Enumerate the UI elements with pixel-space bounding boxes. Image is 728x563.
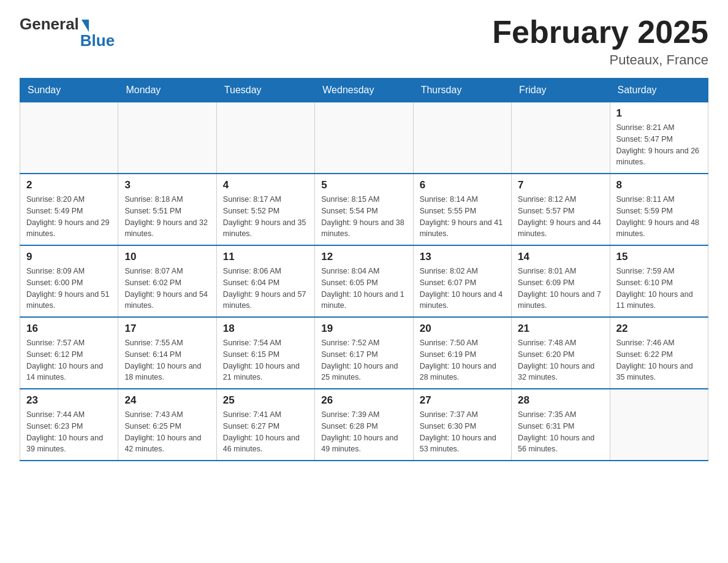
- week-row-4: 16Sunrise: 7:57 AM Sunset: 6:12 PM Dayli…: [20, 317, 708, 389]
- day-info: Sunrise: 8:11 AM Sunset: 5:59 PM Dayligh…: [616, 194, 702, 240]
- day-info: Sunrise: 7:43 AM Sunset: 6:25 PM Dayligh…: [124, 409, 210, 455]
- day-header-saturday: Saturday: [610, 79, 708, 102]
- day-info: Sunrise: 7:52 AM Sunset: 6:17 PM Dayligh…: [321, 337, 406, 383]
- day-info: Sunrise: 8:01 AM Sunset: 6:09 PM Dayligh…: [518, 266, 603, 312]
- day-number: 1: [616, 107, 702, 120]
- day-number: 20: [420, 323, 505, 335]
- logo: General General Blue: [20, 15, 115, 50]
- day-number: 23: [26, 394, 112, 407]
- day-header-friday: Friday: [512, 79, 610, 102]
- week-row-5: 23Sunrise: 7:44 AM Sunset: 6:23 PM Dayli…: [20, 389, 708, 461]
- header-row: SundayMondayTuesdayWednesdayThursdayFrid…: [20, 79, 708, 102]
- day-number: 26: [321, 394, 406, 407]
- day-info: Sunrise: 7:35 AM Sunset: 6:31 PM Dayligh…: [518, 409, 603, 455]
- day-number: 3: [124, 179, 210, 191]
- calendar-subtitle: Puteaux, France: [492, 52, 708, 68]
- calendar-cell: 8Sunrise: 8:11 AM Sunset: 5:59 PM Daylig…: [610, 174, 708, 245]
- calendar-cell: 27Sunrise: 7:37 AM Sunset: 6:30 PM Dayli…: [413, 389, 511, 461]
- calendar-cell: [118, 102, 216, 174]
- day-info: Sunrise: 8:12 AM Sunset: 5:57 PM Dayligh…: [518, 194, 603, 240]
- calendar-cell: 1Sunrise: 8:21 AM Sunset: 5:47 PM Daylig…: [610, 102, 708, 174]
- calendar-cell: 19Sunrise: 7:52 AM Sunset: 6:17 PM Dayli…: [315, 317, 413, 389]
- calendar-cell: 9Sunrise: 8:09 AM Sunset: 6:00 PM Daylig…: [20, 245, 118, 317]
- calendar-cell: 26Sunrise: 7:39 AM Sunset: 6:28 PM Dayli…: [315, 389, 413, 461]
- day-number: 18: [223, 323, 308, 335]
- day-number: 27: [420, 394, 505, 407]
- day-number: 2: [26, 179, 112, 191]
- day-info: Sunrise: 8:09 AM Sunset: 6:00 PM Dayligh…: [26, 266, 112, 312]
- day-header-wednesday: Wednesday: [315, 79, 413, 102]
- day-info: Sunrise: 8:04 AM Sunset: 6:05 PM Dayligh…: [321, 266, 406, 312]
- day-header-thursday: Thursday: [413, 79, 511, 102]
- day-number: 9: [26, 251, 112, 263]
- calendar-cell: 12Sunrise: 8:04 AM Sunset: 6:05 PM Dayli…: [315, 245, 413, 317]
- calendar-cell: 20Sunrise: 7:50 AM Sunset: 6:19 PM Dayli…: [413, 317, 511, 389]
- day-header-monday: Monday: [118, 79, 216, 102]
- week-row-3: 9Sunrise: 8:09 AM Sunset: 6:00 PM Daylig…: [20, 245, 708, 317]
- day-info: Sunrise: 7:44 AM Sunset: 6:23 PM Dayligh…: [26, 409, 112, 455]
- calendar-cell: [20, 102, 118, 174]
- day-info: Sunrise: 7:41 AM Sunset: 6:27 PM Dayligh…: [223, 409, 308, 455]
- calendar-cell: 22Sunrise: 7:46 AM Sunset: 6:22 PM Dayli…: [610, 317, 708, 389]
- day-header-tuesday: Tuesday: [216, 79, 314, 102]
- calendar-cell: 23Sunrise: 7:44 AM Sunset: 6:23 PM Dayli…: [20, 389, 118, 461]
- calendar-cell: 4Sunrise: 8:17 AM Sunset: 5:52 PM Daylig…: [216, 174, 314, 245]
- day-number: 7: [518, 179, 603, 191]
- calendar-title: February 2025: [492, 15, 708, 50]
- day-number: 24: [124, 394, 210, 407]
- calendar-cell: 16Sunrise: 7:57 AM Sunset: 6:12 PM Dayli…: [20, 317, 118, 389]
- day-info: Sunrise: 7:54 AM Sunset: 6:15 PM Dayligh…: [223, 337, 308, 383]
- day-number: 19: [321, 323, 406, 335]
- calendar-cell: 28Sunrise: 7:35 AM Sunset: 6:31 PM Dayli…: [512, 389, 610, 461]
- day-number: 21: [518, 323, 603, 335]
- day-info: Sunrise: 8:02 AM Sunset: 6:07 PM Dayligh…: [420, 266, 505, 312]
- day-number: 16: [26, 323, 112, 335]
- calendar-cell: 7Sunrise: 8:12 AM Sunset: 5:57 PM Daylig…: [512, 174, 610, 245]
- day-info: Sunrise: 8:06 AM Sunset: 6:04 PM Dayligh…: [223, 266, 308, 312]
- day-number: 13: [420, 251, 505, 263]
- calendar-cell: 18Sunrise: 7:54 AM Sunset: 6:15 PM Dayli…: [216, 317, 314, 389]
- day-info: Sunrise: 8:14 AM Sunset: 5:55 PM Dayligh…: [420, 194, 505, 240]
- day-info: Sunrise: 8:15 AM Sunset: 5:54 PM Dayligh…: [321, 194, 406, 240]
- calendar-cell: 11Sunrise: 8:06 AM Sunset: 6:04 PM Dayli…: [216, 245, 314, 317]
- day-number: 14: [518, 251, 603, 263]
- day-info: Sunrise: 7:57 AM Sunset: 6:12 PM Dayligh…: [26, 337, 112, 383]
- day-info: Sunrise: 7:46 AM Sunset: 6:22 PM Dayligh…: [616, 337, 702, 383]
- day-info: Sunrise: 7:48 AM Sunset: 6:20 PM Dayligh…: [518, 337, 603, 383]
- calendar-cell: [413, 102, 511, 174]
- day-number: 11: [223, 251, 308, 263]
- calendar-cell: 24Sunrise: 7:43 AM Sunset: 6:25 PM Dayli…: [118, 389, 216, 461]
- day-number: 28: [518, 394, 603, 407]
- day-header-sunday: Sunday: [20, 79, 118, 102]
- week-row-2: 2Sunrise: 8:20 AM Sunset: 5:49 PM Daylig…: [20, 174, 708, 245]
- logo-triangle-icon: [82, 20, 89, 32]
- day-info: Sunrise: 8:20 AM Sunset: 5:49 PM Dayligh…: [26, 194, 112, 240]
- day-info: Sunrise: 7:55 AM Sunset: 6:14 PM Dayligh…: [124, 337, 210, 383]
- calendar-cell: 6Sunrise: 8:14 AM Sunset: 5:55 PM Daylig…: [413, 174, 511, 245]
- day-number: 15: [616, 251, 702, 263]
- day-number: 10: [124, 251, 210, 263]
- week-row-1: 1Sunrise: 8:21 AM Sunset: 5:47 PM Daylig…: [20, 102, 708, 174]
- calendar-cell: [610, 389, 708, 461]
- day-number: 25: [223, 394, 308, 407]
- calendar-cell: 5Sunrise: 8:15 AM Sunset: 5:54 PM Daylig…: [315, 174, 413, 245]
- day-number: 4: [223, 179, 308, 191]
- logo-blue-text: Blue: [80, 31, 115, 50]
- calendar-cell: 14Sunrise: 8:01 AM Sunset: 6:09 PM Dayli…: [512, 245, 610, 317]
- day-number: 5: [321, 179, 406, 191]
- calendar-cell: 25Sunrise: 7:41 AM Sunset: 6:27 PM Dayli…: [216, 389, 314, 461]
- calendar-cell: [216, 102, 314, 174]
- day-number: 8: [616, 179, 702, 191]
- day-info: Sunrise: 7:39 AM Sunset: 6:28 PM Dayligh…: [321, 409, 406, 455]
- day-info: Sunrise: 8:18 AM Sunset: 5:51 PM Dayligh…: [124, 194, 210, 240]
- calendar-cell: [512, 102, 610, 174]
- page-header: General General Blue February 2025 Putea…: [20, 15, 708, 68]
- day-info: Sunrise: 7:50 AM Sunset: 6:19 PM Dayligh…: [420, 337, 505, 383]
- day-number: 22: [616, 323, 702, 335]
- calendar-cell: [315, 102, 413, 174]
- day-info: Sunrise: 8:21 AM Sunset: 5:47 PM Dayligh…: [616, 122, 702, 168]
- calendar-cell: 10Sunrise: 8:07 AM Sunset: 6:02 PM Dayli…: [118, 245, 216, 317]
- calendar-cell: 3Sunrise: 8:18 AM Sunset: 5:51 PM Daylig…: [118, 174, 216, 245]
- day-info: Sunrise: 7:37 AM Sunset: 6:30 PM Dayligh…: [420, 409, 505, 455]
- day-info: Sunrise: 8:07 AM Sunset: 6:02 PM Dayligh…: [124, 266, 210, 312]
